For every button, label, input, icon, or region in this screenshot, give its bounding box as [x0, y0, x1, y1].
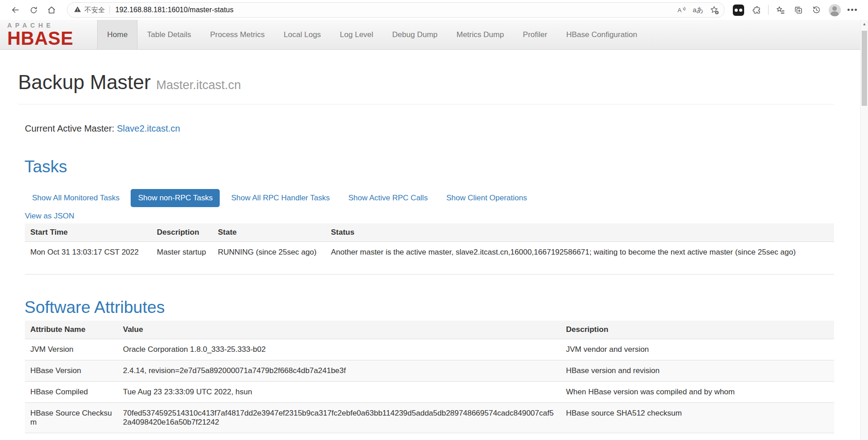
refresh-icon[interactable]: [24, 1, 42, 19]
tab-debug-dump[interactable]: Debug Dump: [383, 20, 447, 49]
attr-value: 70fed5374592514310c413f7af4817dd2e3947ef…: [118, 403, 561, 433]
attr-row-hbase-version: HBase Version 2.4.14, revision=2e7d75a89…: [25, 360, 834, 382]
task-state: RUNNING (since 25sec ago): [212, 241, 326, 274]
svg-text:A: A: [678, 7, 682, 14]
software-attributes-table: Attribute Name Value Description JVM Ver…: [25, 321, 834, 433]
tasks-heading: Tasks: [24, 157, 834, 177]
attr-row-hbase-compiled: HBase Compiled Tue Aug 23 23:33:09 UTC 2…: [25, 382, 834, 403]
current-active-master: Current Active Master: Slave2.itcast.cn: [25, 123, 834, 134]
tasks-table: Start Time Description State Status Mon …: [25, 223, 834, 274]
task-filter-pills: Show All Monitored Tasks Show non-RPC Ta…: [25, 189, 834, 207]
history-icon[interactable]: [807, 1, 826, 19]
home-icon[interactable]: [42, 1, 61, 19]
active-master-label: Current Active Master:: [25, 123, 114, 133]
software-attributes-section: Attribute Name Value Description JVM Ver…: [18, 321, 834, 433]
profile-avatar[interactable]: [826, 1, 844, 19]
attr-value: Oracle Corporation 1.8.0_333-25.333-b02: [118, 339, 561, 360]
logo-hbase-text: HBASE: [7, 29, 97, 48]
tasks-section: Show All Monitored Tasks Show non-RPC Ta…: [18, 189, 834, 274]
scrollbar-thumb[interactable]: [862, 31, 867, 106]
filter-all-monitored-tasks[interactable]: Show All Monitored Tasks: [25, 189, 127, 207]
active-master-link[interactable]: Slave2.itcast.cn: [117, 123, 180, 133]
attr-row-source-checksum: HBase Source Checksum 70fed5374592514310…: [25, 403, 834, 433]
filter-client-operations[interactable]: Show Client Operations: [439, 189, 534, 207]
attr-description: When HBase version was compiled and by w…: [561, 382, 834, 403]
col-value: Value: [118, 321, 561, 339]
hbase-navbar: APACHE HBASE Home Table Details Process …: [0, 20, 868, 50]
tab-process-metrics[interactable]: Process Metrics: [201, 20, 274, 49]
browser-toolbar: 不安全 192.168.88.181:16010/master-status A…: [0, 0, 868, 20]
col-attr-description: Description: [561, 321, 834, 339]
address-divider: [109, 6, 110, 14]
translate-icon[interactable]: aあ: [690, 3, 706, 17]
col-state: State: [212, 223, 326, 242]
attr-description: HBase source SHA512 checksum: [561, 403, 834, 433]
attr-table-header-row: Attribute Name Value Description: [25, 321, 834, 339]
attr-name: HBase Source Checksum: [25, 403, 118, 433]
security-warning-icon[interactable]: [74, 5, 81, 15]
page-title: Backup MasterMaster.itcast.cn: [18, 72, 834, 92]
attr-row-jvm-version: JVM Version Oracle Corporation 1.8.0_333…: [25, 339, 834, 360]
page-scrollbar[interactable]: ▲: [860, 20, 868, 440]
url-text[interactable]: 192.168.88.181:16010/master-status: [115, 6, 234, 14]
attr-description: JVM vendor and version: [561, 339, 834, 360]
tab-local-logs[interactable]: Local Logs: [274, 20, 330, 49]
hbase-logo[interactable]: APACHE HBASE: [0, 20, 97, 49]
page-subtitle: Master.itcast.cn: [156, 78, 241, 92]
task-description: Master startup: [151, 241, 212, 274]
tasks-table-header-row: Start Time Description State Status: [25, 223, 834, 242]
attr-name: JVM Version: [25, 339, 118, 360]
attr-value: 2.4.14, revision=2e7d75a892000071a7479b2…: [118, 360, 561, 382]
tab-profiler[interactable]: Profiler: [514, 20, 557, 49]
col-start-time: Start Time: [25, 223, 151, 242]
attr-name: HBase Compiled: [25, 382, 118, 403]
tab-table-details[interactable]: Table Details: [137, 20, 200, 49]
read-aloud-icon[interactable]: A: [674, 3, 690, 17]
page-title-text: Backup Master: [18, 71, 151, 93]
attr-name: HBase Version: [25, 360, 118, 382]
task-row: Mon Oct 31 13:03:17 CST 2022 Master star…: [25, 241, 834, 274]
software-attributes-heading: Software Attributes: [24, 298, 834, 317]
tab-home[interactable]: Home: [97, 20, 137, 49]
address-bar[interactable]: 不安全 192.168.88.181:16010/master-status A…: [67, 2, 725, 18]
task-start-time: Mon Oct 31 13:03:17 CST 2022: [25, 241, 151, 274]
col-attribute-name: Attribute Name: [25, 321, 118, 339]
add-favorite-icon[interactable]: [706, 3, 722, 17]
tab-hbase-configuration[interactable]: HBase Configuration: [557, 20, 646, 49]
security-label[interactable]: 不安全: [85, 6, 105, 14]
filter-non-rpc-tasks[interactable]: Show non-RPC Tasks: [131, 189, 220, 207]
attr-description: HBase version and revision: [561, 360, 834, 382]
collections-icon[interactable]: [789, 1, 807, 19]
tab-metrics-dump[interactable]: Metrics Dump: [447, 20, 514, 49]
toolbar-separator: [768, 5, 769, 15]
col-description: Description: [151, 223, 212, 242]
tab-log-level[interactable]: Log Level: [330, 20, 383, 49]
view-as-json-link[interactable]: View as JSON: [25, 212, 74, 221]
scrollbar-up-arrow[interactable]: ▲: [861, 20, 868, 28]
favorites-bar-icon[interactable]: [771, 1, 789, 19]
extension-shortcut-icon[interactable]: [729, 1, 747, 19]
filter-all-rpc-handler-tasks[interactable]: Show All RPC Handler Tasks: [224, 189, 337, 207]
filter-active-rpc-calls[interactable]: Show Active RPC Calls: [341, 189, 435, 207]
navbar-tabs: Home Table Details Process Metrics Local…: [97, 20, 646, 49]
back-icon[interactable]: [6, 1, 24, 19]
task-status: Another master is the active master, sla…: [326, 241, 834, 274]
settings-more-icon[interactable]: •••: [844, 1, 862, 19]
master-status-page: Backup MasterMaster.itcast.cn Current Ac…: [0, 72, 868, 433]
attr-value: Tue Aug 23 23:33:09 UTC 2022, hsun: [118, 382, 561, 403]
col-status: Status: [326, 223, 834, 242]
page-header: Backup MasterMaster.itcast.cn: [18, 72, 834, 104]
extensions-puzzle-icon[interactable]: [747, 1, 765, 19]
